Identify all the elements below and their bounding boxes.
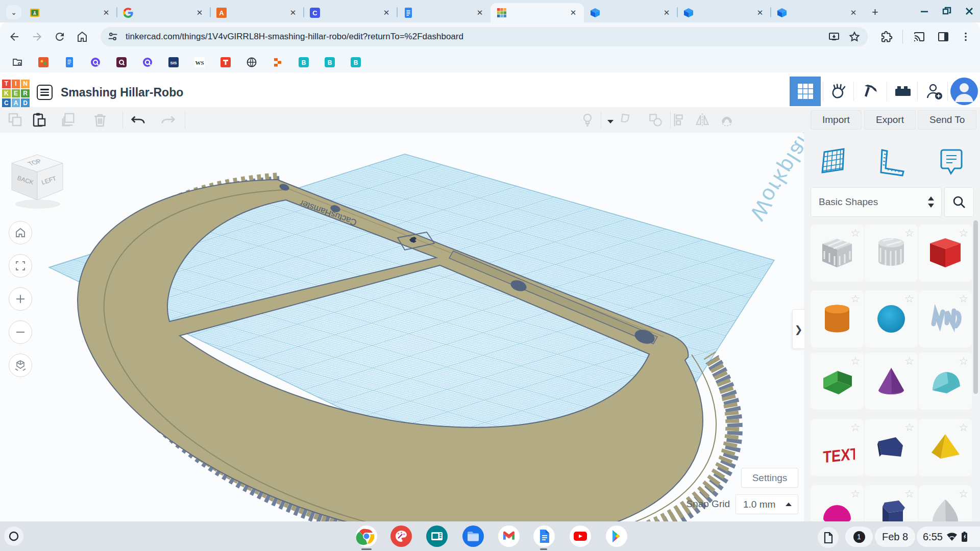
tab-search-button[interactable]: ⌄ [6,5,21,19]
ruler-tool-icon[interactable] [879,148,905,180]
tab-close-icon[interactable]: ✕ [382,8,391,17]
show-all-caret[interactable] [602,113,619,130]
tinkercad-logo[interactable]: TINKERCAD [2,80,30,107]
bricks-button[interactable] [887,77,918,106]
paste-button[interactable] [31,112,47,128]
export-button[interactable]: Export [864,110,916,130]
side-panel-icon[interactable] [935,29,951,45]
favorite-star-icon[interactable]: ☆ [959,293,968,305]
shelf-app-gmail[interactable] [498,525,520,547]
redo-button[interactable] [160,112,176,128]
browser-tab-9[interactable]: ✕ [771,3,864,22]
workplane-tool-icon[interactable] [820,147,847,179]
url-text[interactable]: tinkercad.com/things/1V4vGIRRL8H-smashin… [126,32,463,42]
browser-tab-6[interactable]: ✕ [491,3,584,22]
reload-button[interactable] [52,29,68,45]
bookmark-item[interactable]: WS [194,57,208,67]
viewport-3d[interactable]: Workplane [0,133,804,521]
shelf-app-chrome[interactable] [355,525,378,547]
shape-tile-cylinder[interactable]: ☆ [811,290,864,347]
zoom-out-button[interactable] [9,320,32,344]
tab-close-icon[interactable]: ✕ [849,8,858,17]
tab-close-icon[interactable]: ✕ [195,8,204,17]
minimize-button[interactable] [920,7,929,16]
add-user-button[interactable] [918,77,949,106]
tab-close-icon[interactable]: ✕ [662,8,671,17]
shape-tile-scribble[interactable]: ☆ [919,290,972,347]
shape-tile-roof[interactable]: ☆ [811,353,864,410]
ungroup-button[interactable] [647,112,664,128]
new-tab-button[interactable]: + [872,6,878,19]
extensions-icon[interactable] [878,29,895,45]
minecraft-button[interactable] [854,77,886,106]
notes-tool-icon[interactable] [939,147,963,179]
browser-tab-3[interactable]: A✕ [210,3,304,22]
bookmark-item[interactable]: B [299,57,312,67]
bookmark-item[interactable] [116,57,130,67]
shape-tile-box[interactable]: ☆ [919,224,972,282]
tab-close-icon[interactable]: ✕ [569,8,578,17]
duplicate-button[interactable] [60,112,77,128]
browser-tab-4[interactable]: C✕ [304,3,397,22]
shapes-mode-button[interactable] [790,77,821,106]
bookmark-item[interactable] [64,57,78,67]
design-title[interactable]: Smashing Hillar-Robo [61,86,183,99]
undo-button[interactable] [130,112,146,128]
install-icon[interactable] [828,31,840,43]
status-tray[interactable]: 6:55 [917,527,980,547]
close-button[interactable] [965,7,974,16]
panel-collapse-button[interactable]: ❯ [792,309,804,349]
favorite-star-icon[interactable]: ☆ [959,488,968,500]
bookmark-item[interactable]: SIS [168,57,182,67]
shelf-app-canvas[interactable] [390,525,412,547]
perspective-button[interactable] [9,354,32,377]
bookmark-item[interactable] [220,57,234,67]
view-cube[interactable]: TOP BACK LEFT [12,155,63,209]
shape-tile-cone[interactable]: ☆ [865,353,918,410]
favorite-star-icon[interactable]: ☆ [959,355,968,367]
site-settings-icon[interactable] [107,31,118,42]
launcher-button[interactable] [4,527,23,546]
settings-button[interactable]: Settings [741,468,798,488]
mirror-button[interactable] [694,112,710,128]
browser-tab-8[interactable]: ✕ [677,3,771,22]
forward-button[interactable] [29,29,45,45]
tab-close-icon[interactable]: ✕ [475,8,484,17]
shape-tile-hole-cylinder[interactable]: ☆ [865,224,918,282]
shape-tile-text[interactable]: TEXT☆ [811,419,864,476]
import-button[interactable]: Import [811,110,862,130]
bookmark-star-icon[interactable] [848,31,861,43]
cast-icon[interactable] [911,29,927,45]
shelf-app-youtube[interactable] [569,525,592,547]
shelf-app-cardteal[interactable] [426,525,448,547]
snap-grid-dropdown[interactable]: 1.0 mm [736,494,798,514]
screen-capture-tray-button[interactable] [818,527,839,548]
favorite-star-icon[interactable]: ☆ [904,355,914,367]
delete-button[interactable] [92,112,108,128]
shelf-app-play[interactable] [605,525,628,547]
align-button[interactable] [672,112,688,128]
bookmark-item[interactable] [247,57,260,67]
tab-close-icon[interactable]: ✕ [755,8,765,17]
favorite-star-icon[interactable]: ☆ [904,293,914,305]
favorite-star-icon[interactable]: ☆ [850,488,860,500]
fit-view-button[interactable] [9,254,32,278]
favorite-star-icon[interactable]: ☆ [904,421,914,434]
shelf-app-docs[interactable] [533,525,555,547]
favorite-star-icon[interactable]: ☆ [850,293,860,305]
copy-button[interactable] [7,112,23,128]
back-button[interactable] [6,29,22,45]
send-to-button[interactable]: Send To [918,110,976,130]
bookmark-item[interactable] [142,57,156,67]
notification-counter[interactable]: 1 [845,527,873,547]
shape-tile-sphere[interactable]: ☆ [865,290,918,347]
shelf-app-files[interactable] [462,525,484,547]
simlab-button[interactable] [823,77,854,106]
favorite-star-icon[interactable]: ☆ [850,421,860,434]
favorite-star-icon[interactable]: ☆ [959,227,968,239]
lock-button[interactable] [719,112,735,128]
home-view-button[interactable] [9,221,32,244]
favorite-star-icon[interactable]: ☆ [850,355,860,367]
shape-tile-round-roof[interactable]: ☆ [919,353,972,410]
shape-search-button[interactable] [944,187,974,217]
